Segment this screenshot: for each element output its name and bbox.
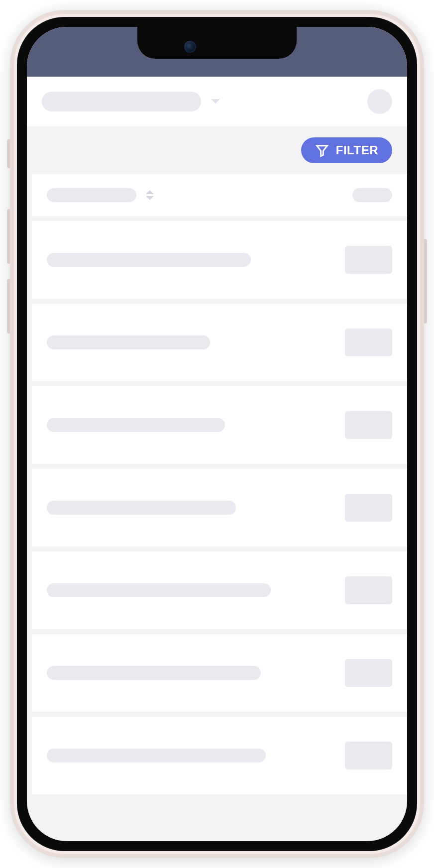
row-text-skeleton (47, 666, 261, 680)
filter-icon (315, 143, 329, 157)
filter-button-label: FILTER (336, 143, 378, 157)
table-row[interactable] (32, 386, 407, 464)
table-row[interactable] (32, 717, 407, 794)
table-row[interactable] (32, 551, 407, 629)
table (27, 174, 407, 794)
row-text-skeleton (47, 583, 271, 597)
table-row[interactable] (32, 304, 407, 381)
row-badge-skeleton (345, 494, 392, 522)
row-badge-skeleton (345, 742, 392, 769)
chevron-down-icon[interactable] (210, 98, 221, 105)
table-row[interactable] (32, 221, 407, 299)
header-title-skeleton[interactable] (42, 92, 201, 111)
row-badge-skeleton (345, 246, 392, 274)
row-badge-skeleton (345, 411, 392, 439)
row-text-skeleton (47, 501, 236, 515)
notch (137, 27, 297, 59)
row-badge-skeleton (345, 328, 392, 356)
filter-button[interactable]: FILTER (301, 137, 392, 163)
phone-device-frame: FILTER (10, 10, 424, 858)
row-badge-skeleton (345, 659, 392, 687)
row-text-skeleton (47, 253, 251, 267)
avatar[interactable] (367, 89, 392, 114)
row-text-skeleton (47, 749, 266, 762)
front-camera (184, 41, 196, 53)
row-text-skeleton (47, 335, 210, 349)
filter-bar: FILTER (27, 126, 407, 174)
sort-icon[interactable] (145, 190, 154, 201)
table-row[interactable] (32, 634, 407, 712)
row-text-skeleton (47, 418, 225, 432)
table-row[interactable] (32, 469, 407, 546)
screen: FILTER (27, 27, 407, 841)
app-header (27, 77, 407, 126)
column-header-left-skeleton[interactable] (47, 188, 136, 202)
row-badge-skeleton (345, 576, 392, 604)
table-header (32, 174, 407, 216)
column-header-right-skeleton[interactable] (352, 188, 392, 202)
